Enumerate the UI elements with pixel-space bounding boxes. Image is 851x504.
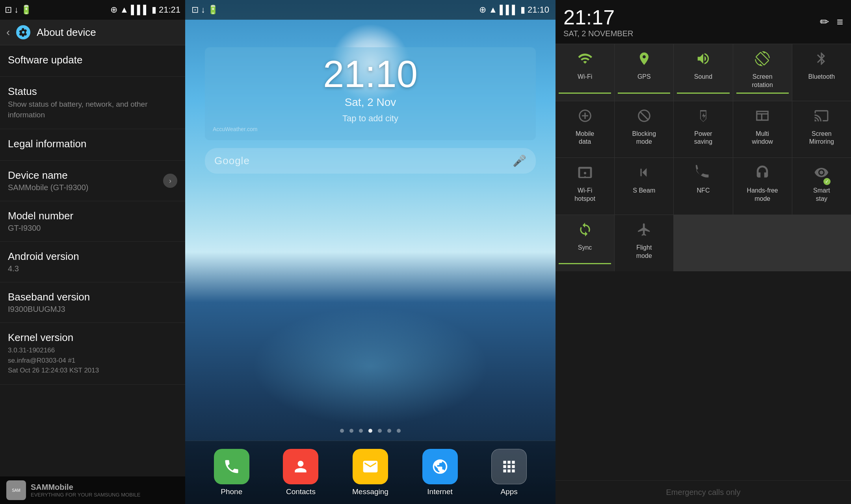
smart-stay-tile-label: Smart stay (813, 187, 830, 203)
tile-power-saving[interactable]: Power saving (674, 101, 732, 158)
apps-icon (491, 449, 527, 484)
menu-icon[interactable]: ≡ (837, 16, 843, 28)
blocking-mode-tile-label: Blocking mode (632, 130, 656, 146)
about-header: ‹ About device (0, 20, 185, 45)
screen-rotation-active-bar (736, 93, 789, 94)
dock-item-phone[interactable]: Phone (214, 449, 249, 496)
tile-sync[interactable]: Sync (556, 215, 614, 272)
dot-4-active[interactable] (368, 429, 372, 433)
screen-mirroring-inactive-bar (795, 149, 848, 150)
sync-tile-icon (578, 222, 593, 241)
dot-6[interactable] (387, 429, 391, 433)
s-beam-tile-icon (637, 165, 652, 183)
status-icons-left: ⊡ ↓ 🔋 (5, 5, 32, 15)
dot-2[interactable] (349, 429, 353, 433)
status-item[interactable]: Status Show status of battery, network, … (0, 77, 185, 129)
power-saving-inactive-bar (677, 149, 729, 150)
model-number-value: GT-I9300 (8, 224, 177, 233)
device-name-value: SAMMobile (GT-I9300) (8, 183, 89, 192)
tile-hands-free[interactable]: Hands-free mode (733, 158, 792, 215)
weather-time: 21:10 (213, 55, 528, 93)
phone-label: Phone (221, 487, 242, 496)
microphone-icon[interactable]: 🎤 (513, 154, 526, 167)
legal-information-item[interactable]: Legal information (0, 129, 185, 161)
back-button[interactable]: ‹ (6, 26, 10, 39)
qs-tiles-grid: Wi-Fi GPS Sound (556, 44, 851, 271)
pencil-icon[interactable]: ✏ (820, 15, 829, 28)
screen-mirroring-tile-icon (814, 108, 829, 127)
tile-wifi[interactable]: Wi-Fi (556, 44, 614, 101)
tile-s-beam[interactable]: S Beam (615, 158, 673, 215)
software-update-title: Software update (8, 54, 177, 66)
wifi-hotspot-inactive-bar (559, 206, 611, 208)
wifi-active-bar (559, 93, 611, 94)
google-search-bar[interactable]: Google 🎤 (205, 148, 536, 174)
weather-city-prompt[interactable]: Tap to add city (213, 113, 528, 124)
dot-7[interactable] (397, 429, 401, 433)
smart-stay-inactive-bar (795, 206, 848, 208)
status-bar-left: ⊡ ↓ 🔋 ⊕ ▲ ▌▌▌ ▮ 21:21 (0, 0, 185, 20)
bluetooth-tile-icon (814, 51, 829, 70)
messaging-icon (353, 449, 388, 484)
kernel-version-title: Kernel version (8, 332, 177, 344)
power-saving-tile-label: Power saving (694, 130, 712, 146)
kernel-version-value: 3.0.31-1902166se.infra@R0303-04 #1Sat Oc… (8, 345, 177, 376)
data-icon: ⊕ (110, 5, 117, 15)
multi-window-tile-label: Multi window (752, 130, 773, 146)
dot-5[interactable] (378, 429, 382, 433)
internet-label: Internet (427, 487, 452, 496)
contacts-icon (283, 449, 318, 484)
tile-wifi-hotspot[interactable]: Wi-Fi hotspot (556, 158, 614, 215)
gps-tile-label: GPS (637, 73, 651, 81)
quick-settings-panel: 21:17 SAT, 2 NOVEMBER ✏ ≡ Wi-Fi (556, 0, 851, 504)
home-dock: Phone Contacts Messaging (185, 441, 556, 504)
tile-sound[interactable]: Sound (674, 44, 732, 101)
mobile-data-tile-label: Mobile data (576, 130, 594, 146)
dock-item-contacts[interactable]: Contacts (283, 449, 318, 496)
tile-smart-stay[interactable]: ✓ Smart stay (792, 158, 851, 215)
tile-nfc[interactable]: NFC (674, 158, 732, 215)
bluetooth-tile-label: Bluetooth (808, 73, 835, 81)
nfc-tile-label: NFC (697, 187, 710, 195)
flight-mode-tile-label: Flight mode (636, 244, 652, 260)
android-version-value: 4.3 (8, 264, 177, 273)
tile-multi-window[interactable]: Multi window (733, 101, 792, 158)
dock-item-apps[interactable]: Apps (491, 449, 527, 496)
tile-screen-rotation[interactable]: Screen rotation (733, 44, 792, 101)
sammobile-logo-text: SAMMobile (31, 483, 140, 492)
dock-item-internet[interactable]: Internet (422, 449, 458, 496)
device-name-item[interactable]: Device name SAMMobile (GT-I9300) › (0, 161, 185, 201)
weather-widget[interactable]: 21:10 Sat, 2 Nov Tap to add city AccuWea… (205, 47, 536, 140)
home-page-dots (185, 429, 556, 441)
weather-date: Sat, 2 Nov (213, 96, 528, 109)
tile-mobile-data[interactable]: Mobile data (556, 101, 614, 158)
qs-time: 21:17 (563, 6, 633, 29)
smart-stay-check-badge: ✓ (823, 178, 831, 185)
software-update-item[interactable]: Software update (0, 45, 185, 77)
screen-rotation-tile-icon (755, 51, 770, 70)
tile-screen-mirroring[interactable]: Screen Mirroring (792, 101, 851, 158)
mobile-data-tile-icon (578, 108, 593, 127)
home-screen-panel: ⊡ ↓ 🔋 ⊕ ▲ ▌▌▌ ▮ 21:10 21:10 Sat, 2 Nov T… (185, 0, 556, 504)
battery-icon: ▮ (152, 5, 156, 15)
screen-rotation-tile-label: Screen rotation (752, 73, 773, 89)
tile-bluetooth[interactable]: Bluetooth (792, 44, 851, 101)
download-icon: ↓ (14, 5, 19, 15)
apps-label: Apps (500, 487, 517, 496)
tile-blocking-mode[interactable]: Blocking mode (615, 101, 673, 158)
sound-tile-icon (696, 51, 711, 70)
wifi-tile-label: Wi-Fi (578, 73, 592, 81)
wifi-hotspot-tile-label: Wi-Fi hotspot (574, 187, 595, 203)
tile-flight-mode[interactable]: Flight mode (615, 215, 673, 272)
dot-1[interactable] (340, 429, 344, 433)
hands-free-tile-label: Hands-free mode (747, 187, 778, 203)
emergency-calls-text: Emergency calls only (556, 480, 851, 504)
blocking-mode-inactive-bar (618, 149, 670, 150)
flight-mode-inactive-bar (618, 263, 670, 264)
dock-item-messaging[interactable]: Messaging (352, 449, 388, 496)
signal-icon2: ▌▌▌ (500, 5, 518, 15)
sound-active-bar (677, 93, 729, 94)
tile-gps[interactable]: GPS (615, 44, 673, 101)
power-saving-tile-icon (696, 108, 711, 127)
dot-3[interactable] (359, 429, 363, 433)
